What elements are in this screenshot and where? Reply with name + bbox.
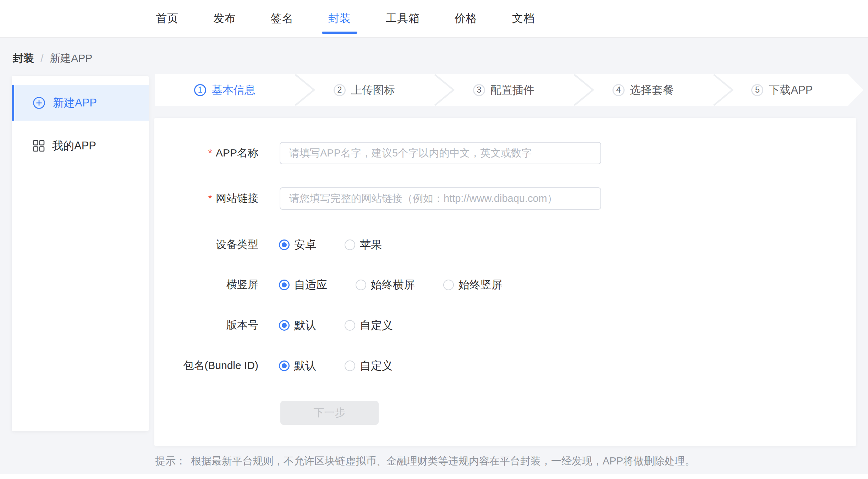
nav-item-toolbox[interactable]: 工具箱 bbox=[385, 11, 421, 26]
radio-bundle-custom[interactable]: 自定义 bbox=[345, 358, 393, 373]
next-step-button[interactable]: 下一步 bbox=[280, 401, 379, 425]
radio-selected-icon bbox=[279, 280, 290, 290]
form-row-app-name: *APP名称 bbox=[154, 142, 856, 164]
main-nav: 首页 发布 签名 封装 工具箱 价格 文档 bbox=[155, 0, 535, 37]
step-label: 基本信息 bbox=[211, 83, 256, 98]
version-radio-group: 默认 自定义 bbox=[279, 318, 421, 333]
field-label: 版本号 bbox=[154, 318, 258, 332]
step-number-badge: 3 bbox=[473, 84, 485, 96]
top-header: 首页 发布 签名 封装 工具箱 价格 文档 bbox=[0, 0, 868, 38]
radio-unselected-icon bbox=[356, 280, 366, 290]
form-row-orientation: 横竖屏 自适应 始终横屏 始终竖屏 bbox=[154, 279, 856, 290]
bottom-strip bbox=[0, 474, 868, 479]
step-label: 下载APP bbox=[769, 83, 813, 98]
step-number-badge: 1 bbox=[194, 84, 206, 96]
step-number-badge: 2 bbox=[334, 84, 346, 96]
steps-bar: 1 基本信息 2 上传图标 3 配置插件 4 选择套餐 5 下载APP bbox=[155, 74, 863, 106]
chevron-separator-icon bbox=[434, 74, 455, 106]
tip-prefix: 提示： bbox=[155, 455, 186, 467]
breadcrumb-separator: / bbox=[40, 53, 43, 65]
nav-item-home[interactable]: 首页 bbox=[155, 11, 179, 26]
radio-ios[interactable]: 苹果 bbox=[345, 237, 382, 252]
nav-item-docs[interactable]: 文档 bbox=[511, 11, 535, 26]
form-row-device-type: 设备类型 安卓 苹果 bbox=[154, 239, 856, 250]
radio-unselected-icon bbox=[345, 320, 355, 331]
tip-text: 根据最新平台规则，不允许区块链虚拟币、金融理财类等违规内容在平台封装，一经发现，… bbox=[191, 455, 695, 467]
radio-selected-icon bbox=[279, 360, 290, 371]
nav-item-sign[interactable]: 签名 bbox=[270, 11, 294, 26]
radio-bundle-default[interactable]: 默认 bbox=[279, 358, 316, 373]
step-label: 配置插件 bbox=[490, 83, 534, 98]
orientation-radio-group: 自适应 始终横屏 始终竖屏 bbox=[279, 277, 531, 292]
bundle-id-radio-group: 默认 自定义 bbox=[279, 358, 421, 373]
step-upload-icon: 2 上传图标 bbox=[295, 74, 434, 106]
breadcrumb-current: 新建APP bbox=[50, 51, 92, 66]
footer-tip: 提示：根据最新平台规则，不允许区块链虚拟币、金融理财类等违规内容在平台封装，一经… bbox=[155, 454, 695, 468]
step-number-badge: 4 bbox=[612, 84, 625, 96]
site-url-input[interactable] bbox=[280, 187, 601, 210]
breadcrumb: 封装 / 新建APP bbox=[13, 51, 92, 66]
radio-unselected-icon bbox=[345, 240, 355, 250]
breadcrumb-root[interactable]: 封装 bbox=[13, 51, 34, 66]
device-type-radio-group: 安卓 苹果 bbox=[279, 237, 410, 252]
step-number-badge: 5 bbox=[751, 84, 763, 96]
circle-plus-icon bbox=[33, 97, 45, 109]
radio-portrait[interactable]: 始终竖屏 bbox=[443, 277, 502, 292]
form-row-version: 版本号 默认 自定义 bbox=[154, 320, 856, 331]
radio-unselected-icon bbox=[443, 280, 454, 290]
sidebar-item-label: 我的APP bbox=[52, 138, 96, 153]
radio-selected-icon bbox=[279, 240, 290, 250]
radio-selected-icon bbox=[279, 320, 290, 331]
sidebar-item-my-apps[interactable]: 我的APP bbox=[12, 128, 149, 164]
radio-adaptive[interactable]: 自适应 bbox=[279, 277, 327, 292]
sidebar-item-new-app[interactable]: 新建APP bbox=[12, 85, 149, 121]
field-label: *APP名称 bbox=[154, 146, 258, 160]
step-label: 选择套餐 bbox=[630, 83, 674, 98]
step-configure-plugins: 3 配置插件 bbox=[434, 74, 573, 106]
required-marker: * bbox=[208, 147, 212, 159]
sidebar: 新建APP 我的APP bbox=[12, 76, 149, 431]
field-label: 设备类型 bbox=[154, 237, 258, 252]
field-label: *网站链接 bbox=[154, 191, 258, 206]
radio-version-custom[interactable]: 自定义 bbox=[345, 318, 393, 333]
step-basic-info: 1 基本信息 bbox=[155, 74, 295, 106]
chevron-separator-icon bbox=[295, 74, 316, 106]
required-marker: * bbox=[208, 192, 212, 204]
nav-item-publish[interactable]: 发布 bbox=[213, 11, 237, 26]
step-label: 上传图标 bbox=[351, 83, 395, 98]
radio-version-default[interactable]: 默认 bbox=[279, 318, 316, 333]
field-label: 包名(Bundle ID) bbox=[154, 358, 258, 373]
nav-item-pricing[interactable]: 价格 bbox=[454, 11, 478, 26]
chevron-separator-icon bbox=[573, 74, 595, 106]
radio-landscape[interactable]: 始终横屏 bbox=[356, 277, 415, 292]
nav-item-package[interactable]: 封装 bbox=[328, 11, 352, 26]
step-download-app: 5 下载APP bbox=[713, 74, 863, 106]
form-row-bundle-id: 包名(Bundle ID) 默认 自定义 bbox=[154, 360, 856, 371]
field-label: 横竖屏 bbox=[154, 277, 258, 292]
sidebar-item-label: 新建APP bbox=[53, 95, 97, 110]
step-choose-plan: 4 选择套餐 bbox=[573, 74, 713, 106]
radio-android[interactable]: 安卓 bbox=[279, 237, 316, 252]
form-card: *APP名称 *网站链接 设备类型 安卓 苹果 横竖屏 自适应 bbox=[154, 118, 856, 446]
app-name-input[interactable] bbox=[280, 142, 601, 164]
radio-unselected-icon bbox=[345, 360, 355, 371]
form-row-site-url: *网站链接 bbox=[154, 187, 856, 210]
grid-icon bbox=[33, 140, 45, 152]
